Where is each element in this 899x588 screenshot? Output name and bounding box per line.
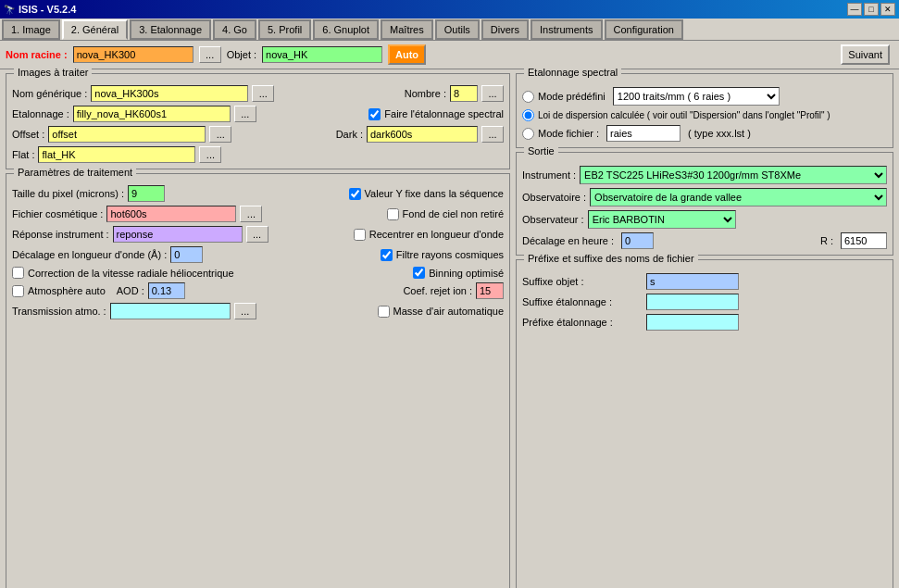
taille-pixel-label: Taille du pixel (microns) : <box>12 188 124 199</box>
tab-maitres[interactable]: Maîtres <box>381 19 433 40</box>
filtre-rayons-label: Filtre rayons cosmiques <box>396 249 504 260</box>
valeur-y-checkbox[interactable] <box>349 188 361 200</box>
tab-gnuplot[interactable]: 6. Gnuplot <box>313 19 379 40</box>
nombre-input[interactable] <box>450 85 478 102</box>
decalage-heure-label: Décalage en heure : <box>522 235 614 246</box>
tab-general[interactable]: 2. Général <box>62 19 128 40</box>
tab-image[interactable]: 1. Image <box>2 19 60 40</box>
fichier-cosmetique-label: Fichier cosmétique : <box>12 208 103 219</box>
transmission-input[interactable] <box>110 303 231 319</box>
transmission-label: Transmission atmo. : <box>12 306 106 317</box>
reponse-label: Réponse instrument : <box>12 229 109 240</box>
offset-input[interactable] <box>48 126 206 143</box>
etalonnage-browse-button[interactable]: ... <box>234 106 256 122</box>
nombre-label: Nombre : <box>405 88 446 99</box>
decalage-longueur-input[interactable] <box>170 246 203 263</box>
mode-fichier-radio[interactable] <box>522 128 534 140</box>
title-bar: 🔭 ISIS - V5.2.4 — □ ✕ <box>0 0 899 19</box>
etalonnage-label: Etalonnage : <box>12 108 69 119</box>
dark-browse-button[interactable]: ... <box>481 126 504 143</box>
mode-predefini-radio[interactable] <box>522 91 534 103</box>
etalonnage-spectral-title: Etalonnage spectral <box>524 67 621 78</box>
nom-racine-browse-button[interactable]: ... <box>199 46 221 63</box>
right-panel: Etalonnage spectral Mode prédéfini 1200 … <box>516 73 893 588</box>
recentrer-label: Recentrer en longueur d'onde <box>369 229 504 240</box>
nom-generique-input[interactable] <box>91 85 248 102</box>
reponse-browse-button[interactable]: ... <box>246 226 268 243</box>
offset-browse-button[interactable]: ... <box>209 126 231 143</box>
minimize-button[interactable]: — <box>847 3 862 16</box>
auto-button[interactable]: Auto <box>388 44 426 65</box>
suffixe-etalonnage-label: Suffixe étalonnage : <box>522 296 643 307</box>
r-label: R : <box>820 235 833 246</box>
instrument-select[interactable]: EB2 TSC225 LHiReS3#30 1200gr/mm ST8XMe <box>580 166 887 184</box>
etalonnage-input[interactable] <box>73 106 231 122</box>
tab-etalonnage[interactable]: 3. Etalonnage <box>130 19 211 40</box>
loi-dispersion-radio[interactable] <box>522 109 534 121</box>
tab-divers[interactable]: Divers <box>481 19 529 40</box>
sortie-group: Sortie Instrument : EB2 TSC225 LHiReS3#3… <box>516 152 893 256</box>
nom-generique-label: Nom générique : <box>12 88 87 99</box>
fond-ciel-label: Fond de ciel non retiré <box>403 208 504 219</box>
suffixe-etalonnage-input[interactable] <box>646 294 739 310</box>
faire-etalonnage-label: Faire l'étalonnage spectral <box>384 108 504 119</box>
mode-predefini-select[interactable]: 1200 traits/mm ( 6 raies ) <box>613 87 780 106</box>
flat-label: Flat : <box>12 149 34 160</box>
nombre-browse-button[interactable]: ... <box>481 85 504 102</box>
masse-air-checkbox[interactable] <box>378 306 390 318</box>
binning-checkbox[interactable] <box>413 267 425 279</box>
tab-profil[interactable]: 5. Profil <box>258 19 311 40</box>
objet-input[interactable] <box>262 46 382 63</box>
images-group-title: Images à traiter <box>14 67 92 78</box>
sortie-group-title: Sortie <box>524 145 558 156</box>
transmission-browse-button[interactable]: ... <box>234 303 256 319</box>
decalage-heure-input[interactable] <box>621 232 654 249</box>
toolbar: Nom racine : ... Objet : Auto Suivant <box>0 41 899 69</box>
app-icon: 🔭 <box>4 5 15 15</box>
mode-predefini-label: Mode prédéfini <box>538 91 606 102</box>
filtre-rayons-checkbox[interactable] <box>381 249 393 261</box>
prefixe-group: Préfixe et suffixe des noms de fichier S… <box>516 259 893 588</box>
flat-browse-button[interactable]: ... <box>199 146 221 163</box>
correction-vitesse-checkbox[interactable] <box>12 267 24 279</box>
tab-go[interactable]: 4. Go <box>213 19 256 40</box>
suffixe-objet-input[interactable] <box>646 273 739 290</box>
fichier-cosmetique-input[interactable] <box>106 206 236 222</box>
close-button[interactable]: ✕ <box>880 3 895 16</box>
main-content: Images à traiter Nom générique : ... Nom… <box>0 69 899 588</box>
suivant-button[interactable]: Suivant <box>841 44 890 65</box>
recentrer-checkbox[interactable] <box>354 229 366 241</box>
fichier-cosmetique-browse-button[interactable]: ... <box>240 206 262 222</box>
loi-dispersion-label: Loi de dispersion calculée ( voir outil … <box>538 110 830 120</box>
window-title: ISIS - V5.2.4 <box>19 4 76 15</box>
reponse-input[interactable] <box>113 226 243 243</box>
prefixe-etalonnage-input[interactable] <box>646 314 739 331</box>
prefixe-group-title: Préfixe et suffixe des noms de fichier <box>524 253 698 264</box>
aod-input[interactable] <box>148 282 185 299</box>
observateur-select[interactable]: Eric BARBOTIN <box>588 210 736 229</box>
masse-air-label: Masse d'air automatique <box>393 306 505 317</box>
tab-configuration[interactable]: Configuration <box>605 19 683 40</box>
observatoire-select[interactable]: Observatoire de la grande vallee <box>590 188 887 206</box>
tab-instruments[interactable]: Instruments <box>531 19 602 40</box>
dark-input[interactable] <box>367 126 478 143</box>
correction-vitesse-label: Correction de la vitesse radiale hélioce… <box>28 268 234 279</box>
left-panel: Images à traiter Nom générique : ... Nom… <box>6 73 510 588</box>
fond-ciel-checkbox[interactable] <box>387 208 399 220</box>
coef-rejection-input[interactable] <box>476 282 504 299</box>
observateur-label: Observateur : <box>522 214 584 225</box>
images-group: Images à traiter Nom générique : ... Nom… <box>6 73 510 169</box>
offset-label: Offset : <box>12 129 44 140</box>
mode-fichier-label: Mode fichier : <box>538 128 599 139</box>
tab-outils[interactable]: Outils <box>435 19 480 40</box>
flat-input[interactable] <box>38 146 195 163</box>
atmosphere-checkbox[interactable] <box>12 285 24 297</box>
mode-fichier-input[interactable] <box>606 125 680 142</box>
nom-racine-input[interactable] <box>73 46 194 63</box>
taille-pixel-input[interactable] <box>128 185 165 202</box>
maximize-button[interactable]: □ <box>864 3 879 16</box>
faire-etalonnage-checkbox[interactable] <box>368 108 381 120</box>
valeur-y-label: Valeur Y fixe dans la séquence <box>365 188 504 199</box>
r-input[interactable] <box>841 232 887 249</box>
nom-generique-browse-button[interactable]: ... <box>252 85 274 102</box>
